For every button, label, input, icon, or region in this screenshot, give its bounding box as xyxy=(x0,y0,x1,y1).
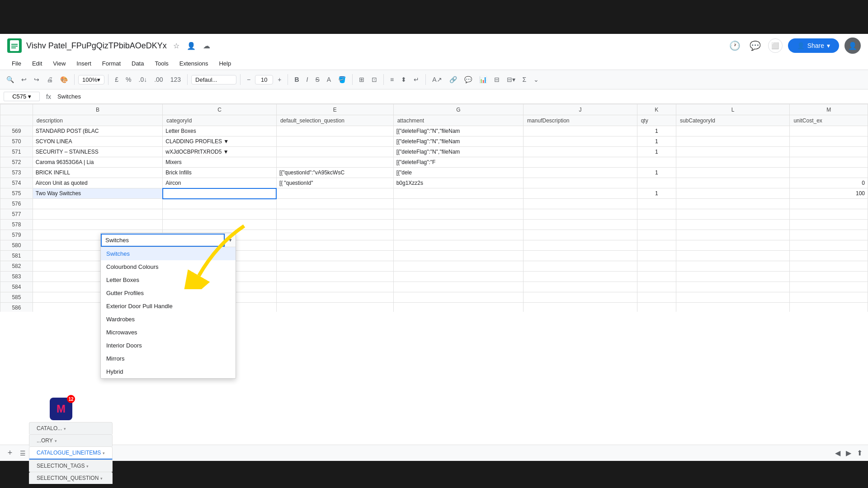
cell-l[interactable] xyxy=(676,199,790,209)
cell-l[interactable] xyxy=(676,188,790,199)
zoom-control[interactable]: 100% ▾ xyxy=(78,75,104,84)
cell-g[interactable]: [{"dele xyxy=(393,168,523,178)
cell-l[interactable] xyxy=(676,230,790,240)
menu-edit[interactable]: Edit xyxy=(28,58,47,69)
row-header[interactable]: 578 xyxy=(0,220,33,230)
menu-help[interactable]: Help xyxy=(214,58,236,69)
row-header[interactable]: 577 xyxy=(0,209,33,220)
row-header[interactable]: 573 xyxy=(0,168,33,178)
cell-j[interactable] xyxy=(524,157,637,168)
font-selector[interactable]: Defaul... xyxy=(191,75,236,84)
text-rotate-button[interactable]: A↗ xyxy=(429,74,444,85)
cell-m[interactable] xyxy=(790,261,868,272)
dropdown-search-input[interactable] xyxy=(101,234,225,247)
cell-j[interactable] xyxy=(524,126,637,136)
cell-c[interactable] xyxy=(163,209,277,220)
tab-next-button[interactable]: ▶ xyxy=(844,447,853,459)
cell-e[interactable] xyxy=(276,292,393,303)
borders-button[interactable]: ⊞ xyxy=(356,74,367,85)
cell-b[interactable]: Aircon Unit as quoted xyxy=(33,178,162,188)
print-button[interactable]: 🖨 xyxy=(44,74,56,85)
cell-b[interactable]: Caroma 96353G6A | Lia xyxy=(33,157,162,168)
font-size-box[interactable]: 10 xyxy=(255,75,273,84)
cell-c[interactable] xyxy=(163,199,277,209)
cell-g[interactable] xyxy=(393,230,523,240)
expand-button[interactable]: ⌄ xyxy=(531,74,542,85)
cell-k[interactable] xyxy=(637,199,676,209)
cell-k[interactable]: 1 xyxy=(637,147,676,157)
cell-k[interactable] xyxy=(637,261,676,272)
cell-k[interactable]: 1 xyxy=(637,168,676,178)
cell-l[interactable] xyxy=(676,126,790,136)
menu-data[interactable]: Data xyxy=(127,58,148,69)
cell-m[interactable] xyxy=(790,240,868,251)
cell-m[interactable] xyxy=(790,168,868,178)
cell-k[interactable] xyxy=(637,251,676,261)
cell-g[interactable] xyxy=(393,261,523,272)
dropdown-item[interactable]: Letter Boxes xyxy=(101,273,236,286)
col-header-j[interactable]: J xyxy=(524,104,637,115)
cell-e[interactable] xyxy=(276,209,393,220)
cell-m[interactable]: 100 xyxy=(790,188,868,199)
percent-button[interactable]: % xyxy=(123,74,134,85)
cell-m[interactable] xyxy=(790,230,868,240)
cell-c[interactable]: Mixers xyxy=(163,157,277,168)
cell-m[interactable] xyxy=(790,272,868,282)
col-header-b[interactable]: B xyxy=(33,104,162,115)
cell-m[interactable] xyxy=(790,126,868,136)
decimal-dec-button[interactable]: .0↓ xyxy=(136,74,150,85)
cell-j[interactable] xyxy=(524,251,637,261)
share-button[interactable]: 👤 Share ▾ xyxy=(788,38,839,53)
cell-g[interactable]: b0g1Xzz2s xyxy=(393,178,523,188)
number-format-button[interactable]: 123 xyxy=(168,74,184,85)
row-header[interactable]: 569 xyxy=(0,126,33,136)
paint-format-button[interactable]: 🎨 xyxy=(57,74,71,85)
cell-g[interactable]: [{"deleteFlag":"N","fileNam xyxy=(393,136,523,147)
cell-j[interactable] xyxy=(524,136,637,147)
cell-g[interactable] xyxy=(393,251,523,261)
cell-g[interactable]: [{"deleteFlag":"N","fileNam xyxy=(393,126,523,136)
category-dropdown[interactable]: ▼ SwitchesColourbond ColoursLetter Boxes… xyxy=(100,233,236,379)
dropdown-item[interactable]: Gutter Profiles xyxy=(101,286,236,300)
cell-e[interactable] xyxy=(276,261,393,272)
link-button[interactable]: 🔗 xyxy=(447,74,460,85)
cell-b[interactable]: SCYON LINEA xyxy=(33,136,162,147)
cell-l[interactable] xyxy=(676,292,790,303)
row-header[interactable]: 581 xyxy=(0,251,33,261)
strikethrough-button[interactable]: S xyxy=(312,74,322,85)
cell-l[interactable] xyxy=(676,303,790,312)
row-header[interactable]: 571 xyxy=(0,147,33,157)
cell-j[interactable] xyxy=(524,272,637,282)
row-header[interactable]: 574 xyxy=(0,178,33,188)
avatar[interactable]: 👤 xyxy=(844,38,861,54)
cell-l[interactable] xyxy=(676,251,790,261)
cell-b[interactable] xyxy=(33,209,162,220)
cell-k[interactable] xyxy=(637,240,676,251)
cell-m[interactable] xyxy=(790,292,868,303)
dropdown-item[interactable]: Wardrobes xyxy=(101,313,236,326)
row-header[interactable]: 579 xyxy=(0,230,33,240)
cell-j[interactable] xyxy=(524,168,637,178)
cell-g[interactable] xyxy=(393,303,523,312)
cell-b[interactable]: STANDARD POST (BLAC xyxy=(33,126,162,136)
cell-k[interactable] xyxy=(637,220,676,230)
cell-e[interactable] xyxy=(276,147,393,157)
col-header-l[interactable]: L xyxy=(676,104,790,115)
cell-g[interactable] xyxy=(393,188,523,199)
cell-l[interactable] xyxy=(676,282,790,292)
align-button[interactable]: ≡ xyxy=(387,74,396,85)
cell-k[interactable] xyxy=(637,230,676,240)
cell-c[interactable] xyxy=(163,220,277,230)
cell-g[interactable] xyxy=(393,220,523,230)
filter-button[interactable]: ⊟ xyxy=(491,74,502,85)
cell-e[interactable] xyxy=(276,188,393,199)
present-icon[interactable]: ⬜ xyxy=(768,38,783,53)
menu-format[interactable]: Format xyxy=(98,58,125,69)
col-header-c[interactable]: C xyxy=(163,104,277,115)
chart-button[interactable]: 📊 xyxy=(476,74,490,85)
cell-l[interactable] xyxy=(676,209,790,220)
cell-k[interactable] xyxy=(637,282,676,292)
cell-c[interactable]: Brick Infills xyxy=(163,168,277,178)
cell-m[interactable] xyxy=(790,157,868,168)
col-header-k[interactable]: K xyxy=(637,104,676,115)
